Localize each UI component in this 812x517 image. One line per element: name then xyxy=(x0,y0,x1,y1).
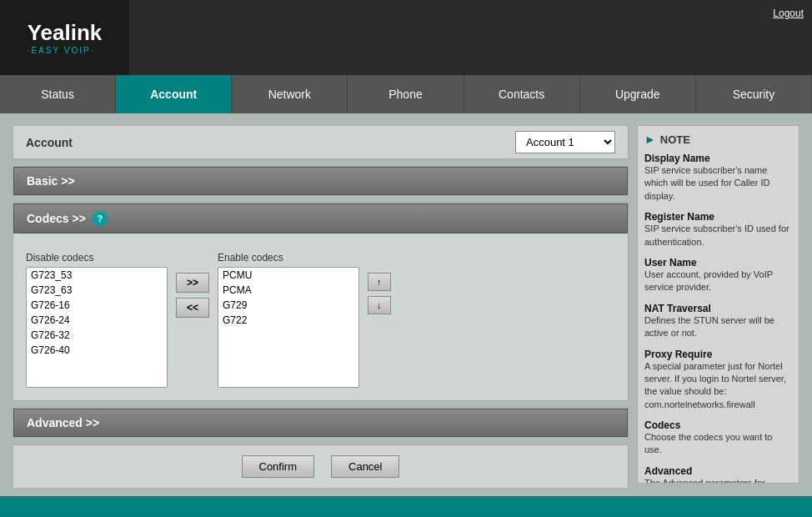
note-item-proxy-title: Proxy Require xyxy=(644,349,792,360)
logo-sub: ·EASY VOIP· xyxy=(28,46,103,55)
basic-section: Basic >> xyxy=(13,166,629,196)
nav-security[interactable]: Security xyxy=(696,75,812,113)
nav-status[interactable]: Status xyxy=(0,75,116,113)
action-row: Confirm Cancel xyxy=(13,444,629,489)
note-item-codecs: Codecs Choose the codecs you want to use… xyxy=(644,419,792,457)
note-item-advanced-desc: The Advanced parameters for administrato… xyxy=(644,477,792,484)
left-panel: Account Account 1 Account 2 Account 3 Ba… xyxy=(13,125,629,484)
note-item-display-name-desc: SIP service subscriber's name which will… xyxy=(644,164,792,203)
note-item-user-name: User Name User account, provided by VoIP… xyxy=(644,257,792,294)
disable-codecs-list[interactable]: G723_53 G723_63 G726-16 G726-24 G726-32 … xyxy=(26,267,168,388)
codec-transfer-buttons: >> << xyxy=(176,273,209,318)
note-item-user-name-desc: User account, provided by VoIP service p… xyxy=(644,269,792,294)
note-item-codecs-title: Codecs xyxy=(644,419,792,431)
codecs-help-icon[interactable]: ? xyxy=(93,211,108,226)
note-item-advanced-title: Advanced xyxy=(644,465,792,477)
enable-codecs-wrap: Enable codecs PCMU PCMA G729 G722 xyxy=(218,252,359,388)
move-right-button[interactable]: >> xyxy=(176,273,209,293)
basic-header[interactable]: Basic >> xyxy=(13,167,628,195)
note-item-register-name: Register Name SIP service subscriber's I… xyxy=(644,211,792,248)
nav-network[interactable]: Network xyxy=(232,75,348,113)
nav-contacts[interactable]: Contacts xyxy=(464,75,580,113)
enable-codecs-list[interactable]: PCMU PCMA G729 G722 xyxy=(218,267,359,388)
nav-phone[interactable]: Phone xyxy=(348,75,464,113)
note-item-nat-title: NAT Traversal xyxy=(644,303,792,314)
account-label: Account xyxy=(26,136,515,149)
note-item-nat-desc: Defines the STUN server will be active o… xyxy=(644,314,792,340)
note-title: NOTE xyxy=(660,133,690,146)
disable-codecs-wrap: Disable codecs G723_53 G723_63 G726-16 G… xyxy=(26,252,168,388)
account-row: Account Account 1 Account 2 Account 3 xyxy=(13,125,629,159)
basic-label: Basic >> xyxy=(27,174,75,188)
nav-bar: Status Account Network Phone Contacts Up… xyxy=(0,75,812,113)
logo-main: Yealink xyxy=(28,20,103,46)
move-left-button[interactable]: << xyxy=(176,298,209,318)
header: Yealink ·EASY VOIP· Logout xyxy=(0,0,812,75)
note-item-proxy-desc: A special parameter just for Nortel serv… xyxy=(644,360,792,412)
codecs-section: Codecs >> ? Disable codecs G723_53 G723_… xyxy=(13,203,629,401)
advanced-header[interactable]: Advanced >> xyxy=(13,409,628,437)
logo: Yealink ·EASY VOIP· xyxy=(28,20,103,55)
confirm-button[interactable]: Confirm xyxy=(242,455,315,478)
note-item-user-name-title: User Name xyxy=(644,257,792,269)
advanced-section: Advanced >> xyxy=(13,408,629,438)
cancel-button[interactable]: Cancel xyxy=(331,455,399,478)
codecs-header[interactable]: Codecs >> ? xyxy=(13,203,628,233)
note-item-display-name-title: Display Name xyxy=(644,153,792,164)
right-panel: ► NOTE Display Name SIP service subscrib… xyxy=(637,125,799,484)
note-item-display-name: Display Name SIP service subscriber's na… xyxy=(644,153,792,203)
note-item-codecs-desc: Choose the codecs you want to use. xyxy=(644,431,792,457)
note-header: ► NOTE xyxy=(644,133,792,146)
note-arrow-icon: ► xyxy=(644,133,656,146)
account-select[interactable]: Account 1 Account 2 Account 3 xyxy=(515,131,615,153)
disable-codecs-label: Disable codecs xyxy=(26,252,168,264)
advanced-label: Advanced >> xyxy=(27,416,99,429)
note-item-advanced: Advanced The Advanced parameters for adm… xyxy=(644,465,792,484)
move-down-button[interactable]: ↓ xyxy=(368,296,391,314)
logout-area: Logout xyxy=(773,7,804,19)
note-item-register-name-title: Register Name xyxy=(644,211,792,223)
codecs-row: Disable codecs G723_53 G723_63 G726-16 G… xyxy=(26,252,615,388)
bottom-bar xyxy=(0,496,812,517)
main: Account Account 1 Account 2 Account 3 Ba… xyxy=(0,113,812,496)
codec-move-buttons: ↑ ↓ xyxy=(368,273,391,314)
note-item-register-name-desc: SIP service subscriber's ID used for aut… xyxy=(644,223,792,248)
move-up-button[interactable]: ↑ xyxy=(368,273,391,291)
codecs-label: Codecs >> xyxy=(27,212,86,225)
note-item-nat: NAT Traversal Defines the STUN server wi… xyxy=(644,303,792,340)
logout-link[interactable]: Logout xyxy=(773,8,804,19)
enable-codecs-label: Enable codecs xyxy=(218,252,359,264)
nav-upgrade[interactable]: Upgrade xyxy=(580,75,696,113)
logo-area: Yealink ·EASY VOIP· xyxy=(0,0,129,75)
note-item-proxy: Proxy Require A special parameter just f… xyxy=(644,349,792,412)
account-select-wrap: Account 1 Account 2 Account 3 xyxy=(515,131,615,153)
nav-account[interactable]: Account xyxy=(116,75,232,113)
